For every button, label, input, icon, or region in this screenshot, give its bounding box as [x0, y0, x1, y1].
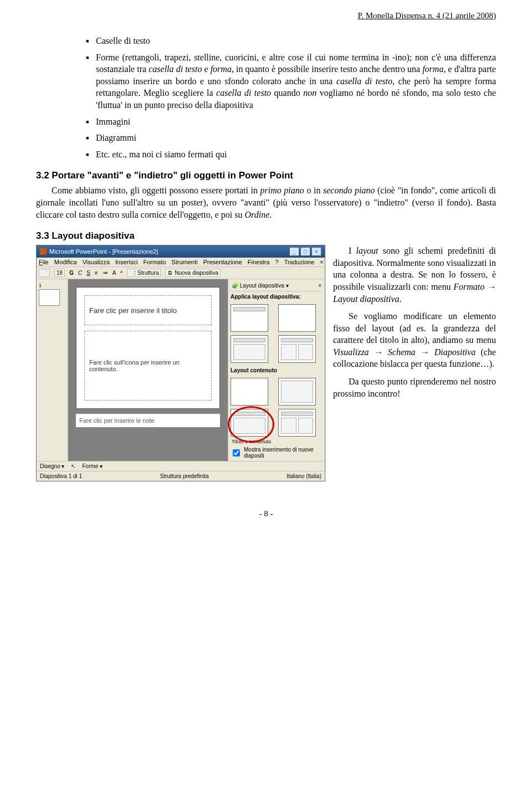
underline-button[interactable]: S	[86, 270, 90, 276]
thumb-number: 1	[39, 283, 65, 288]
title-placeholder[interactable]: Fare clic per inserire il titolo	[84, 295, 212, 325]
p3: Da questo punto riprenderemo nel nostro …	[333, 376, 496, 399]
font-decrease-icon[interactable]: ᴬ	[120, 270, 122, 276]
window-title: Microsoft PowerPoint - [Presentazione2]	[49, 248, 158, 255]
bullet-item: ■ Etc. etc., ma noi ci siamo fermati qui	[86, 148, 496, 161]
formatting-toolbar[interactable]: 📄 18 G C S ≡ ≔ A ᴬ 📑 Struttura 🗎 Nuova d…	[37, 267, 325, 279]
font-increase-icon[interactable]: A	[112, 270, 116, 276]
maximize-button[interactable]: □	[300, 247, 310, 256]
slide-canvas[interactable]: Fare clic per inserire il titolo Fare cl…	[76, 287, 220, 409]
italic-button[interactable]: C	[78, 270, 82, 276]
p2: Se vogliamo modificare un elemento fisso…	[333, 310, 496, 370]
layout-option[interactable]	[278, 335, 316, 363]
layout-section-contenuto: Layout contenuto	[231, 365, 323, 376]
disegno-menu[interactable]: Disegno ▾	[40, 463, 64, 469]
section-3-2-body: Come abbiamo visto, gli oggetti possono …	[36, 184, 496, 220]
bullet-marker: ■	[86, 52, 96, 111]
bullet-text: Forme (rettangoli, trapezi, stelline, cu…	[96, 52, 496, 111]
struttura-button[interactable]: 📑 Struttura	[127, 269, 161, 277]
menu-file[interactable]: File	[39, 259, 49, 265]
menu-presentazione[interactable]: Presentazione	[203, 259, 242, 265]
layout-option[interactable]	[231, 335, 268, 363]
menu-finestra[interactable]: Finestra	[248, 259, 270, 265]
content-placeholder[interactable]: Fare clic sull'icona per inserire un con…	[84, 331, 212, 401]
menu-bar[interactable]: File Modifica Visualizza Inserisci Forma…	[37, 258, 325, 267]
layout-option-titolo-contenuto[interactable]	[231, 409, 268, 437]
section-3-2-title: 3.2 Portare "avanti" e "indietro" gli og…	[36, 170, 496, 181]
layout-option[interactable]	[231, 304, 268, 332]
notes-pane[interactable]: Fare clic per inserire le note	[76, 413, 220, 427]
menu-formato[interactable]: Formato	[143, 259, 166, 265]
forme-menu[interactable]: Forme ▾	[82, 463, 103, 469]
align-left-icon[interactable]: ≡	[95, 270, 98, 276]
menu-traduzione[interactable]: Traduzione	[284, 259, 315, 265]
nuova-diapositiva-button[interactable]: 🗎 Nuova diapositiva	[165, 269, 221, 277]
menu-strumenti[interactable]: Strumenti	[171, 259, 197, 265]
window-titlebar[interactable]: Microsoft PowerPoint - [Presentazione2] …	[37, 245, 325, 258]
show-on-insert-label: Mostra inserimento di nuove diapositi	[244, 447, 323, 459]
task-pane-close-icon[interactable]: ×	[318, 283, 321, 289]
bullet-text: Immagini	[96, 116, 496, 128]
bullet-text: Diagrammi	[96, 132, 496, 144]
drawing-toolbar[interactable]: Disegno ▾ ↖ Forme ▾	[37, 461, 325, 471]
bullet-item: ■ Caselle di testo	[86, 35, 496, 47]
slide-thumbnail[interactable]	[39, 289, 60, 306]
slide-thumbnail-pane[interactable]: 1	[37, 279, 68, 461]
section-3-3-text: I layout sono gli schemi predefiniti di …	[333, 245, 496, 481]
page-number: - 8 -	[36, 509, 496, 519]
layout-option[interactable]	[278, 378, 316, 406]
fontsize-combo[interactable]: 18	[54, 269, 65, 277]
bullet-text: Etc. etc., ma noi ci siamo fermati qui	[96, 148, 496, 161]
menu-help[interactable]: ?	[275, 259, 279, 265]
menu-visualizza[interactable]: Visualizza	[83, 259, 110, 265]
bullet-marker: ■	[86, 35, 96, 47]
doc-close-icon[interactable]: ×	[320, 259, 323, 265]
bullet-item: ■ Diagrammi	[86, 132, 496, 144]
layout-option[interactable]	[231, 378, 268, 406]
close-button[interactable]: ×	[311, 247, 321, 256]
powerpoint-window: Microsoft PowerPoint - [Presentazione2] …	[36, 245, 325, 481]
status-scheme: Struttura predefinita	[160, 473, 209, 479]
page-header: P. Monella Dispensa n. 4 (21 aprile 2008…	[36, 11, 496, 20]
bullet-marker: ■	[86, 132, 96, 144]
task-pane-layout[interactable]: 🧩 Layout diapositiva ▾ × Applica layout …	[228, 279, 325, 461]
task-pane-title: 🧩 Layout diapositiva ▾	[232, 283, 289, 289]
status-bar: Diapositiva 1 di 1 Struttura predefinita…	[37, 471, 325, 481]
layout-option[interactable]	[278, 304, 316, 332]
menu-modifica[interactable]: Modifica	[54, 259, 77, 265]
new-doc-icon[interactable]: 📄	[39, 269, 50, 277]
menu-inserisci[interactable]: Inserisci	[115, 259, 137, 265]
apply-layout-label: Applica layout diapositiva:	[231, 291, 323, 302]
layout-option[interactable]	[278, 409, 316, 437]
bullet-marker: ■	[86, 148, 96, 161]
p1: I layout sono gli schemi predefiniti di …	[333, 245, 496, 305]
bullet-marker: ■	[86, 116, 96, 128]
bold-button[interactable]: G	[69, 270, 74, 276]
bullets-icon[interactable]: ≔	[103, 270, 108, 276]
section-3-3-title: 3.3 Layout diapositiva	[36, 230, 496, 242]
status-slide: Diapositiva 1 di 1	[40, 473, 82, 479]
show-on-insert-checkbox[interactable]	[233, 449, 240, 457]
bullet-item: ■ Immagini	[86, 116, 496, 128]
status-language: Italiano (Italia)	[287, 473, 321, 479]
slide-editor[interactable]: Fare clic per inserire il titolo Fare cl…	[68, 279, 228, 461]
bullet-item: ■ Forme (rettangoli, trapezi, stelline, …	[86, 52, 496, 111]
select-arrow-icon[interactable]: ↖	[71, 463, 75, 469]
minimize-button[interactable]: _	[289, 247, 299, 256]
bullet-text: Caselle di testo	[96, 35, 496, 47]
powerpoint-icon	[40, 248, 47, 255]
